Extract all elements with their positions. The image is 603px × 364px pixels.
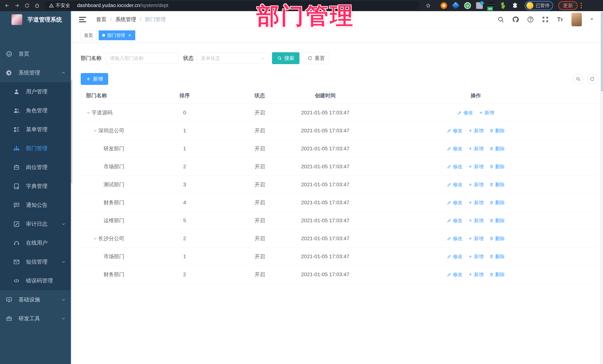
add-icon [468,182,473,187]
op-edit-link[interactable]: 修改 [447,181,463,188]
bookmark-star-icon[interactable] [424,1,432,10]
op-add-link[interactable]: 新增 [468,271,484,278]
user-icon [13,88,20,95]
extension-orange-icon[interactable] [441,2,447,9]
tab-close-icon[interactable] [128,33,132,37]
sidebar-item-tools[interactable]: 研发工具 [0,309,72,328]
header-search-icon[interactable] [497,16,504,23]
status-select[interactable]: 菜单状态 [197,53,269,64]
reset-button[interactable]: 重置 [303,52,330,64]
extension-row: v on [441,2,518,9]
expand-arrow-icon[interactable] [86,110,91,115]
cell-sort: 2 [148,164,221,170]
tab-dept[interactable]: 部门管理 [99,30,135,40]
browser-forward-icon[interactable] [13,1,21,10]
sidebar-item-audit[interactable]: 审计日志 [0,215,72,233]
sidebar-item-system[interactable]: 系统管理 [0,63,72,82]
dept-name-input[interactable] [105,53,178,64]
browser-reload-icon[interactable] [23,1,31,10]
op-del-link[interactable]: 删除 [489,164,505,170]
sidebar-scrollbar-thumb[interactable] [71,80,72,184]
sidebar-item-infra[interactable]: 基础设施 [0,290,72,309]
address-bar[interactable]: 不安全 dashboard.yudao.iocoder.cn /system/d… [45,1,419,10]
sidebar-item-label: 字典管理 [26,183,47,190]
user-avatar[interactable] [571,13,582,26]
sidebar-item-dict[interactable]: 字典管理 [0,177,72,196]
op-del-link[interactable]: 删除 [489,271,505,278]
op-add-link[interactable]: 新增 [468,145,484,152]
sidebar-item-user[interactable]: 用户管理 [0,82,72,101]
op-del-link[interactable]: 删除 [489,128,505,134]
op-edit-link[interactable]: 修改 [447,199,463,206]
fullscreen-icon[interactable] [542,16,549,23]
toggle-search-button[interactable] [573,74,583,84]
browser-back-icon[interactable] [3,1,11,10]
security-label[interactable]: 不安全 [56,2,70,9]
sidebar-item-notice[interactable]: 通知公告 [0,196,72,215]
op-del-link[interactable]: 删除 [489,181,505,188]
cell-status: 开启 [221,127,298,134]
sidebar-item-sms[interactable]: 短信管理 [0,253,72,271]
extension-check-icon[interactable]: v [464,2,471,9]
sidebar-item-label: 在线用户 [26,239,47,247]
font-size-icon[interactable] [557,16,564,23]
extension-grid-icon[interactable] [476,2,483,9]
breadcrumb-system[interactable]: 系统管理 [116,16,136,23]
browser-home-icon[interactable] [33,1,41,10]
breadcrumb-home[interactable]: 首页 [96,16,106,23]
op-edit-link[interactable]: 修改 [447,164,463,170]
sidebar-item-label: 基础设施 [19,296,40,303]
sidebar-item-online[interactable]: 在线用户 [0,233,72,253]
op-add-link[interactable]: 新增 [468,217,484,224]
op-del-link[interactable]: 删除 [489,217,505,224]
op-del-link[interactable]: 删除 [489,235,505,242]
op-del-link[interactable]: 删除 [489,199,505,206]
browser-profile-chip[interactable]: 已暂停 [525,1,553,10]
op-edit-link[interactable]: 修改 [447,235,463,242]
sidebar-item-menu[interactable]: 菜单管理 [0,120,72,139]
op-add-link[interactable]: 新增 [468,199,484,206]
op-edit-link[interactable]: 修改 [458,110,473,116]
op-add-link[interactable]: 新增 [468,235,484,242]
update-label: 更新 [563,2,573,9]
op-add-link[interactable]: 新增 [468,181,484,188]
browser-update-button[interactable]: 更新 [558,1,578,10]
tab-home[interactable]: 首页 [81,30,96,40]
app-logo-row[interactable]: 芋道管理系统 [0,11,72,28]
op-edit-link[interactable]: 修改 [447,217,463,224]
refresh-table-button[interactable] [587,74,597,84]
page-scrollbar-thumb[interactable] [601,12,603,92]
expand-arrow-icon[interactable] [93,236,98,241]
help-icon[interactable] [527,16,534,23]
hamburger-icon[interactable] [79,17,86,22]
tools-icon [6,315,13,322]
op-edit-link[interactable]: 修改 [447,145,463,152]
sidebar-item-post[interactable]: 岗位管理 [0,158,72,177]
op-add-link[interactable]: 新增 [468,164,484,170]
op-add-link[interactable]: 新增 [468,128,484,134]
op-edit-link[interactable]: 修改 [447,271,463,278]
extension-switch-icon[interactable]: on [488,2,495,9]
avatar-caret-down-icon[interactable] [590,17,594,22]
op-edit-link[interactable]: 修改 [447,253,463,260]
sidebar-item-role[interactable]: 角色管理 [0,101,72,120]
search-button[interactable]: 搜索 [272,52,300,64]
extension-green-icon[interactable] [500,2,507,9]
cell-operations: 修改新增删除 [352,217,599,224]
op-del-link[interactable]: 删除 [489,253,505,260]
add-button[interactable]: 新增 [81,73,108,85]
extensions-puzzle-icon[interactable] [512,2,518,9]
sidebar-item-home[interactable]: 首页 [0,44,72,63]
sidebar-item-dept[interactable]: 部门管理 [0,139,72,158]
browser-menu-icon[interactable] [580,3,582,8]
github-icon[interactable] [512,16,519,23]
sidebar-item-errcode[interactable]: 错误码管理 [0,271,72,290]
sidebar-item-label: 角色管理 [26,107,47,114]
expand-arrow-icon[interactable] [93,128,98,133]
op-del-link[interactable]: 删除 [489,145,505,152]
op-edit-link[interactable]: 修改 [447,128,463,134]
extension-gem-icon[interactable] [452,2,460,9]
op-add-link[interactable]: 新增 [479,110,494,116]
op-add-link[interactable]: 新增 [468,253,484,260]
breadcrumb-separator: / [140,16,141,22]
